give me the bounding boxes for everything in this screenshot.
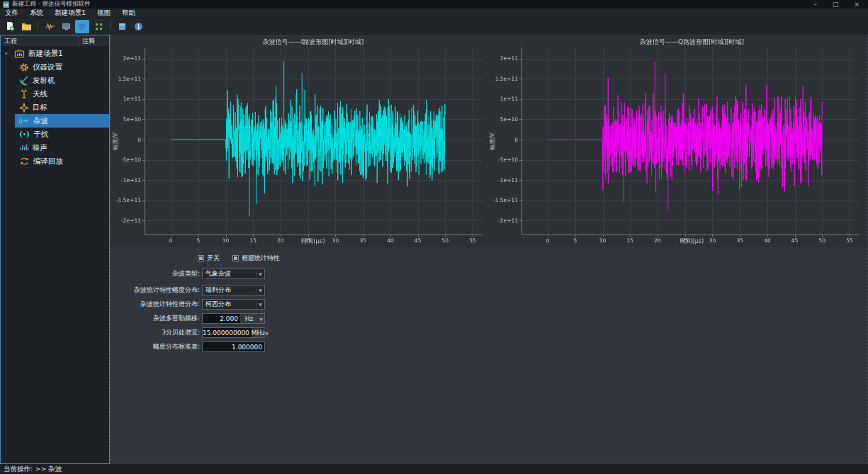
- unit-label: Hz: [240, 314, 258, 323]
- tree-item-scene[interactable]: ▾ 新建场景1: [1, 47, 109, 60]
- field-value[interactable]: 2.000: [203, 314, 240, 323]
- tree-item-transmitter[interactable]: 发射机: [1, 74, 109, 87]
- clutter-type-label: 杂波类型:: [111, 269, 200, 278]
- chevron-down-icon[interactable]: ▼: [258, 314, 264, 323]
- menu-system[interactable]: 系统: [30, 9, 43, 18]
- tree-item-label: 新建场景1: [28, 49, 63, 59]
- std-deviation-field[interactable]: 1.000000: [202, 342, 265, 352]
- info-button[interactable]: [131, 20, 145, 33]
- waveform-button[interactable]: [43, 20, 57, 33]
- tree-item-jamming[interactable]: 干扰: [1, 128, 109, 141]
- tree-header-note: 注释: [79, 35, 95, 45]
- project-tree-panel: 工程 注释 ▾ 新建场景1 仪器设置: [0, 35, 110, 464]
- charts-region: 杂波信号——I路波形图[时域][时域] 幅度/V 时间(µs) 杂波信号——Q路…: [111, 35, 867, 247]
- info-icon: [134, 22, 143, 31]
- tree-item-label: 杂波: [33, 116, 48, 126]
- record-device-button[interactable]: [59, 20, 73, 33]
- window-title: 新建工程 - 雷达信号模拟软件: [12, 0, 813, 9]
- open-project-button[interactable]: [19, 20, 33, 33]
- switch-checkbox[interactable]: [198, 255, 204, 261]
- field-value[interactable]: 15.000000000: [203, 328, 252, 337]
- select-value: 柯西分布: [203, 300, 256, 309]
- tree-header-project: 工程: [1, 35, 79, 45]
- antenna-icon: [19, 89, 29, 99]
- stats-label: 根据统计特性: [242, 254, 280, 263]
- clutter-q-waveform-canvas[interactable]: [489, 35, 867, 247]
- tree-item-replay[interactable]: 编译回放: [1, 154, 109, 168]
- status-bar: 当前操作: >> 杂波: [0, 464, 868, 474]
- collapse-arrow-icon[interactable]: ▾: [5, 51, 11, 57]
- clutter-i-chart-panel: 杂波信号——I路波形图[时域][时域] 幅度/V 时间(µs): [111, 35, 489, 247]
- select-value: 瑞利分布: [203, 286, 256, 295]
- tree-item-instrument-settings[interactable]: 仪器设置: [1, 60, 109, 74]
- stats-checkbox[interactable]: [232, 255, 239, 261]
- menu-view[interactable]: 视图: [97, 9, 111, 18]
- unit-label: MHz: [252, 328, 265, 337]
- clutter-i-waveform-canvas[interactable]: [111, 35, 489, 247]
- switch-checkbox-group[interactable]: 开关: [198, 254, 220, 263]
- list-view-icon: [78, 22, 87, 31]
- tree-item-label: 天线: [33, 89, 47, 99]
- tree-header: 工程 注释: [1, 35, 109, 45]
- chart-title: 杂波信号——Q路波形图[时域][时域]: [523, 38, 861, 47]
- clutter-type-select[interactable]: 气象杂波 ▼: [202, 269, 265, 279]
- tile-view-icon: [94, 22, 103, 31]
- chevron-down-icon: ▼: [256, 271, 264, 276]
- new-document-icon: [5, 21, 15, 31]
- clutter-settings-form: 开关 根据统计特性 杂波类型: 气象杂波 ▼ 杂波统计特性幅度分布: 瑞利分布: [111, 247, 867, 464]
- waveform-icon: [45, 22, 55, 31]
- maximize-button[interactable]: □: [833, 0, 839, 9]
- tile-view-button[interactable]: [91, 20, 106, 33]
- std-deviation-label: 幅度分布标准差:: [111, 342, 200, 351]
- instrument-settings-icon: [19, 62, 29, 72]
- tree-item-clutter[interactable]: 杂波: [1, 114, 109, 128]
- tree-item-label: 目标: [33, 103, 47, 113]
- tree-item-label: 发射机: [33, 76, 55, 86]
- status-text: 当前操作: >> 杂波: [4, 465, 62, 474]
- transmitter-icon: [19, 76, 29, 86]
- menu-bar: 文件 系统 新建场景1 视图 帮助: [0, 9, 868, 18]
- title-bar: 新建工程 - 雷达信号模拟软件 – □ ×: [0, 0, 868, 9]
- close-button[interactable]: ×: [854, 0, 859, 9]
- chevron-down-icon[interactable]: ▼: [265, 328, 269, 337]
- panel-button[interactable]: [115, 20, 129, 33]
- minimize-button[interactable]: –: [813, 0, 817, 9]
- bandwidth-label: 3分贝处谱宽:: [111, 328, 200, 337]
- new-project-button[interactable]: [3, 20, 17, 33]
- tree-item-noise[interactable]: 噪声: [1, 141, 109, 154]
- amplitude-distribution-select[interactable]: 瑞利分布 ▼: [202, 285, 265, 295]
- tree-item-antenna[interactable]: 天线: [1, 87, 109, 101]
- app-icon: [3, 1, 9, 8]
- jamming-icon: [19, 130, 30, 139]
- project-tree: ▾ 新建场景1 仪器设置: [1, 45, 109, 463]
- spectrum-distribution-select[interactable]: 柯西分布 ▼: [202, 299, 265, 310]
- monitor-icon: [61, 22, 72, 31]
- y-axis-label: 幅度/V: [489, 126, 497, 157]
- clutter-q-chart-panel: 杂波信号——Q路波形图[时域][时域] 幅度/V 时间(µs): [489, 35, 867, 247]
- tree-item-label: 干扰: [33, 130, 48, 140]
- chevron-down-icon: ▼: [256, 302, 264, 307]
- y-axis-label: 幅度/V: [112, 126, 120, 157]
- noise-icon: [19, 143, 29, 152]
- x-axis-label: 时间(µs): [523, 237, 861, 246]
- tree-item-label: 仪器设置: [33, 62, 62, 72]
- menu-help[interactable]: 帮助: [122, 9, 135, 18]
- menu-scene[interactable]: 新建场景1: [55, 9, 86, 18]
- chart-title: 杂波信号——I路波形图[时域][时域]: [145, 38, 482, 47]
- tree-item-target[interactable]: 目标: [1, 101, 109, 114]
- target-icon: [19, 103, 29, 113]
- doppler-shift-label: 杂波多普勒频移:: [111, 314, 200, 323]
- menu-file[interactable]: 文件: [5, 9, 18, 18]
- select-value: 气象杂波: [203, 269, 256, 278]
- x-axis-label: 时间(µs): [145, 237, 482, 246]
- doppler-shift-field[interactable]: 2.000 Hz ▼: [202, 313, 265, 324]
- switch-label: 开关: [207, 254, 220, 263]
- tree-item-label: 噪声: [33, 143, 47, 153]
- list-view-button[interactable]: [75, 20, 89, 33]
- stats-checkbox-group[interactable]: 根据统计特性: [232, 254, 280, 263]
- replay-icon: [19, 157, 30, 166]
- spectrum-distribution-label: 杂波统计特性谱分布:: [111, 300, 200, 309]
- tree-item-label: 编译回放: [33, 157, 63, 167]
- bandwidth-field[interactable]: 15.000000000 MHz ▼: [202, 327, 265, 338]
- toolbar: [0, 18, 868, 35]
